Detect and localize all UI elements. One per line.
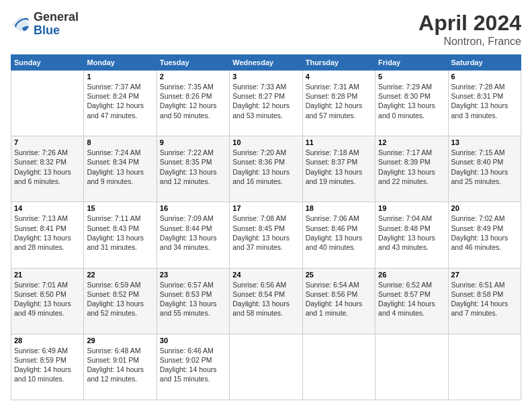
cell-week1-day6: 6Sunrise: 7:28 AMSunset: 8:31 PMDaylight… [448, 71, 521, 136]
day-info: Sunrise: 6:59 AMSunset: 8:52 PMDaylight:… [87, 280, 153, 318]
sunrise: Sunrise: 6:59 AM [87, 281, 140, 289]
sunrise: Sunrise: 7:17 AM [378, 148, 432, 156]
sunset: Sunset: 8:54 PM [232, 290, 285, 298]
daylight: Daylight: 13 hours and 34 minutes. [160, 234, 217, 251]
sunrise: Sunrise: 7:09 AM [160, 214, 214, 222]
day-number: 6 [451, 73, 518, 81]
sunrise: Sunrise: 7:31 AM [306, 83, 359, 91]
day-info: Sunrise: 7:11 AMSunset: 8:43 PMDaylight:… [87, 214, 153, 252]
week-row-3: 14Sunrise: 7:13 AMSunset: 8:41 PMDayligh… [11, 202, 521, 268]
day-info: Sunrise: 6:52 AMSunset: 8:57 PMDaylight:… [378, 280, 445, 318]
sunset: Sunset: 8:30 PM [378, 92, 431, 100]
header-wednesday: Wednesday [230, 55, 302, 71]
sunset: Sunset: 8:40 PM [451, 158, 504, 166]
sunset: Sunset: 8:41 PM [14, 224, 66, 232]
daylight: Daylight: 14 hours and 1 minute. [306, 300, 363, 317]
daylight: Daylight: 12 hours and 47 minutes. [87, 101, 144, 119]
sunset: Sunset: 8:36 PM [232, 158, 285, 166]
day-number: 19 [378, 204, 445, 212]
page: General Blue April 2024 Nontron, France … [0, 0, 532, 411]
day-number: 8 [87, 138, 153, 146]
day-info: Sunrise: 7:09 AMSunset: 8:44 PMDaylight:… [160, 214, 226, 252]
logo-general: General [34, 11, 79, 24]
sunrise: Sunrise: 6:52 AM [378, 281, 432, 289]
day-number: 11 [306, 138, 372, 146]
day-info: Sunrise: 7:26 AMSunset: 8:32 PMDaylight:… [14, 148, 81, 186]
day-number: 22 [87, 271, 153, 279]
day-info: Sunrise: 7:33 AMSunset: 8:27 PMDaylight:… [232, 82, 299, 120]
sunset: Sunset: 8:53 PM [160, 290, 212, 298]
header-friday: Friday [375, 55, 448, 71]
sunrise: Sunrise: 7:29 AM [378, 83, 432, 91]
cell-week3-day3: 17Sunrise: 7:08 AMSunset: 8:45 PMDayligh… [230, 202, 302, 268]
sunrise: Sunrise: 7:24 AM [87, 148, 140, 156]
day-number: 30 [160, 336, 226, 345]
day-info: Sunrise: 6:46 AMSunset: 9:02 PMDaylight:… [160, 346, 226, 384]
sunrise: Sunrise: 7:28 AM [451, 83, 505, 91]
cell-week2-day5: 12Sunrise: 7:17 AMSunset: 8:39 PMDayligh… [375, 136, 448, 202]
day-number: 21 [14, 271, 81, 279]
header-monday: Monday [84, 55, 157, 71]
cell-week2-day3: 10Sunrise: 7:20 AMSunset: 8:36 PMDayligh… [230, 136, 302, 202]
header-thursday: Thursday [302, 55, 375, 71]
daylight: Daylight: 12 hours and 57 minutes. [306, 101, 363, 119]
sunset: Sunset: 8:43 PM [87, 224, 139, 232]
daylight: Daylight: 13 hours and 31 minutes. [87, 234, 144, 251]
day-number: 9 [160, 138, 226, 146]
day-number: 15 [87, 204, 153, 212]
daylight: Daylight: 12 hours and 53 minutes. [232, 101, 290, 119]
day-info: Sunrise: 7:08 AMSunset: 8:45 PMDaylight:… [232, 214, 299, 252]
logo-icon [11, 14, 31, 34]
daylight: Daylight: 13 hours and 49 minutes. [14, 300, 71, 317]
sunset: Sunset: 8:37 PM [306, 158, 358, 166]
sunset: Sunset: 8:44 PM [160, 224, 212, 232]
sunset: Sunset: 8:26 PM [160, 92, 212, 100]
header-sunday: Sunday [11, 55, 84, 71]
day-info: Sunrise: 7:24 AMSunset: 8:34 PMDaylight:… [87, 148, 153, 186]
sunset: Sunset: 8:46 PM [306, 224, 358, 232]
day-number: 5 [378, 73, 445, 81]
daylight: Daylight: 13 hours and 12 minutes. [160, 168, 217, 185]
cell-week2-day0: 7Sunrise: 7:26 AMSunset: 8:32 PMDaylight… [11, 136, 84, 202]
day-number: 7 [14, 138, 81, 146]
day-info: Sunrise: 7:01 AMSunset: 8:50 PMDaylight:… [14, 280, 81, 318]
cell-week3-day5: 19Sunrise: 7:04 AMSunset: 8:48 PMDayligh… [375, 202, 448, 268]
day-number: 25 [306, 271, 372, 279]
sunrise: Sunrise: 7:08 AM [232, 214, 286, 222]
cell-week2-day4: 11Sunrise: 7:18 AMSunset: 8:37 PMDayligh… [302, 136, 375, 202]
cell-week5-day2: 30Sunrise: 6:46 AMSunset: 9:02 PMDayligh… [157, 334, 229, 400]
week-row-2: 7Sunrise: 7:26 AMSunset: 8:32 PMDaylight… [11, 136, 521, 202]
day-number: 14 [14, 204, 81, 212]
sunset: Sunset: 8:32 PM [14, 158, 66, 166]
daylight: Daylight: 13 hours and 16 minutes. [232, 168, 290, 185]
sunset: Sunset: 8:58 PM [451, 290, 504, 298]
day-number: 26 [378, 271, 445, 279]
sunrise: Sunrise: 7:37 AM [87, 83, 140, 91]
day-number: 29 [87, 336, 153, 345]
cell-week3-day1: 15Sunrise: 7:11 AMSunset: 8:43 PMDayligh… [84, 202, 157, 268]
sunset: Sunset: 8:48 PM [378, 224, 431, 232]
week-row-5: 28Sunrise: 6:49 AMSunset: 8:59 PMDayligh… [11, 334, 521, 400]
sunrise: Sunrise: 6:51 AM [451, 281, 505, 289]
sunrise: Sunrise: 6:54 AM [306, 281, 359, 289]
header-saturday: Saturday [448, 55, 521, 71]
sunrise: Sunrise: 7:18 AM [306, 148, 359, 156]
sunrise: Sunrise: 7:26 AM [14, 148, 68, 156]
logo-text: General Blue [34, 11, 79, 38]
sunset: Sunset: 8:24 PM [87, 92, 139, 100]
daylight: Daylight: 13 hours and 22 minutes. [378, 168, 435, 185]
day-info: Sunrise: 7:37 AMSunset: 8:24 PMDaylight:… [87, 82, 153, 120]
sunrise: Sunrise: 7:01 AM [14, 281, 68, 289]
cell-week1-day2: 2Sunrise: 7:35 AMSunset: 8:26 PMDaylight… [157, 71, 229, 136]
cell-week4-day4: 25Sunrise: 6:54 AMSunset: 8:56 PMDayligh… [302, 268, 375, 334]
day-number: 10 [232, 138, 299, 146]
cell-week1-day3: 3Sunrise: 7:33 AMSunset: 8:27 PMDaylight… [230, 71, 302, 136]
day-number: 4 [306, 73, 372, 81]
daylight: Daylight: 13 hours and 28 minutes. [14, 234, 71, 251]
cell-week1-day0 [11, 71, 84, 136]
day-number: 16 [160, 204, 226, 212]
sunset: Sunset: 8:57 PM [378, 290, 431, 298]
daylight: Daylight: 13 hours and 9 minutes. [87, 168, 144, 185]
sunrise: Sunrise: 7:13 AM [14, 214, 68, 222]
daylight: Daylight: 13 hours and 19 minutes. [306, 168, 363, 185]
